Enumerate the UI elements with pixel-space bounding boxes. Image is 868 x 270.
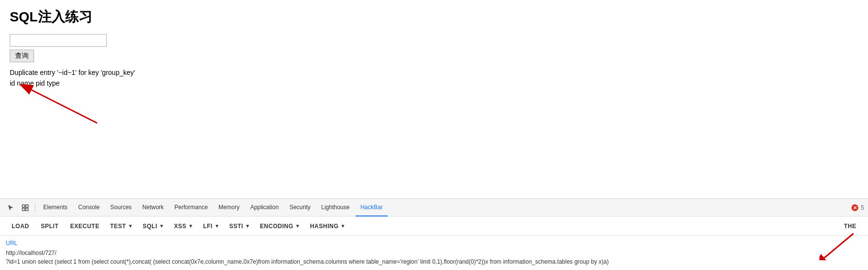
hackbar-test-button[interactable]: TEST ▼ <box>105 221 138 232</box>
ssti-caret: ▼ <box>245 223 250 229</box>
xss-caret: ▼ <box>188 223 193 229</box>
svg-rect-5 <box>26 208 28 211</box>
sqli-caret: ▼ <box>159 223 164 229</box>
svg-line-9 <box>824 234 853 258</box>
url-label: URL <box>6 240 862 247</box>
tab-divider <box>35 203 35 213</box>
svg-rect-2 <box>22 205 25 207</box>
cursor-icon[interactable] <box>4 201 17 215</box>
error-line1: Duplicate entry '~id~1' for key 'group_k… <box>10 67 858 78</box>
url-line1: http://localhost/727/ <box>6 250 56 256</box>
tab-console[interactable]: Console <box>73 199 104 216</box>
hackbar-ssti-button[interactable]: SSTI ▼ <box>224 221 255 232</box>
svg-text:✕: ✕ <box>853 205 857 211</box>
url-line2: ?id=1 union select (select 1 from (selec… <box>6 258 609 265</box>
svg-rect-4 <box>22 208 25 211</box>
tab-network[interactable]: Network <box>137 199 169 216</box>
svg-rect-3 <box>26 205 28 207</box>
devtools-tab-bar: Elements Console Sources Network Perform… <box>0 199 868 216</box>
close-circle-icon: ✕ <box>851 204 859 212</box>
devtools-panel: Elements Console Sources Network Perform… <box>0 198 868 270</box>
tab-memory[interactable]: Memory <box>214 199 244 216</box>
query-button[interactable]: 查询 <box>10 50 34 62</box>
page-content: SQL注入练习 查询 Duplicate entry '~id~1' for k… <box>0 0 868 136</box>
hackbar-the-button[interactable]: THE <box>838 221 863 232</box>
tab-application[interactable]: Application <box>245 199 284 216</box>
url-value: http://localhost/727/ ?id=1 union select… <box>6 249 862 266</box>
hackbar-hashing-button[interactable]: HASHING ▼ <box>305 221 350 232</box>
annotation-arrow <box>10 84 117 128</box>
encoding-caret: ▼ <box>295 223 300 229</box>
hackbar-split-button[interactable]: SPLIT <box>35 221 65 232</box>
tab-elements[interactable]: Elements <box>38 199 72 216</box>
bottom-annotation-arrow <box>819 231 858 260</box>
tab-security[interactable]: Security <box>285 199 315 216</box>
tab-performance[interactable]: Performance <box>170 199 213 216</box>
hackbar-toolbar: LOAD SPLIT EXECUTE TEST ▼ SQLI ▼ XSS ▼ L… <box>0 216 868 236</box>
tab-lighthouse[interactable]: Lighthouse <box>316 199 355 216</box>
hackbar-encoding-button[interactable]: ENCODING ▼ <box>255 221 305 232</box>
hackbar-execute-button[interactable]: EXECUTE <box>65 221 105 232</box>
page-title: SQL注入练习 <box>10 8 858 26</box>
test-caret: ▼ <box>128 223 133 229</box>
lfi-caret: ▼ <box>215 223 220 229</box>
hackbar-lfi-button[interactable]: LFI ▼ <box>198 221 224 232</box>
hackbar-content: URL http://localhost/727/ ?id=1 union se… <box>0 236 868 270</box>
search-input[interactable] <box>10 34 107 47</box>
tab-hackbar[interactable]: HackBar <box>356 199 388 216</box>
hashing-caret: ▼ <box>340 223 345 229</box>
svg-line-1 <box>32 90 97 123</box>
error-count-badge[interactable]: ✕ 5 <box>851 204 864 212</box>
tab-sources[interactable]: Sources <box>105 199 136 216</box>
hackbar-sqli-button[interactable]: SQLI ▼ <box>138 221 169 232</box>
inspect-icon[interactable] <box>18 201 32 215</box>
hackbar-load-button[interactable]: LOAD <box>6 221 35 232</box>
hackbar-xss-button[interactable]: XSS ▼ <box>169 221 198 232</box>
